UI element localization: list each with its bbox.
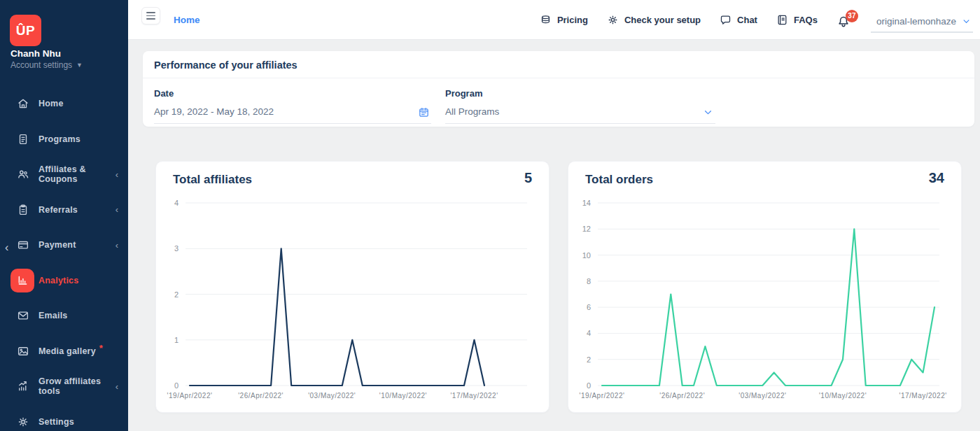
sidebar-nav: Home ‹ Programs ‹ Affiliates & Coupons ‹…	[0, 86, 128, 431]
sidebar-item-label: Emails	[38, 311, 68, 320]
performance-filter-card: Performance of your affiliates Date Apr …	[143, 51, 974, 127]
sidebar-item-affiliates-and-coupons[interactable]: Affiliates & Coupons ‹	[0, 157, 128, 192]
app-logo[interactable]: ÛP	[10, 15, 41, 46]
topbar: Home Pricing Check your setup Chat FAQs …	[128, 0, 980, 40]
gear-icon	[17, 416, 29, 428]
users-icon	[17, 168, 29, 181]
chart-total-value: 5	[524, 170, 532, 186]
calendar-icon[interactable]	[418, 106, 430, 118]
sidebar-item-settings[interactable]: Settings ‹	[0, 404, 128, 431]
svg-text:10: 10	[582, 251, 591, 260]
sidebar-item-grow-affiliates-tools[interactable]: Grow affiliates tools ‹	[0, 369, 128, 404]
svg-text:4: 4	[174, 199, 178, 207]
topbar-action-label: Chat	[737, 15, 757, 25]
svg-text:'10/May/2022': '10/May/2022'	[819, 392, 867, 400]
topbar-action-label: Pricing	[557, 15, 588, 25]
sidebar-item-analytics[interactable]: Analytics ‹	[0, 263, 128, 299]
topbar-action-label: FAQs	[794, 15, 818, 25]
program-select[interactable]: All Programs	[445, 104, 715, 124]
total-orders-card: Total orders 34 14121086420'19/Apr/2022'…	[568, 161, 962, 413]
growth-chart-icon	[17, 380, 29, 393]
topbar-action-check-your-setup[interactable]: Check your setup	[607, 14, 701, 26]
notifications-button[interactable]: 37	[836, 12, 852, 29]
sidebar-item-label: Media gallery	[38, 346, 96, 356]
chevron-left-icon: ‹	[115, 240, 118, 250]
filter-card-title: Performance of your affiliates	[143, 51, 974, 78]
account-settings-label: Account settings	[10, 60, 72, 70]
svg-text:2: 2	[174, 290, 178, 299]
sidebar-item-home[interactable]: Home ‹	[0, 86, 128, 122]
svg-text:'10/May/2022': '10/May/2022'	[379, 392, 427, 400]
image-icon	[17, 345, 29, 358]
topbar-action-chat[interactable]: Chat	[720, 14, 757, 26]
sidebar-item-label: Settings	[38, 417, 74, 427]
date-range-value: Apr 19, 2022 - May 18, 2022	[154, 106, 274, 117]
chevron-left-icon: ‹	[115, 204, 118, 215]
sidebar-item-payment[interactable]: Payment ‹	[0, 227, 128, 263]
chevron-down-icon[interactable]	[961, 16, 972, 27]
sidebar-item-label: Affiliates & Coupons	[38, 164, 125, 184]
date-range-field: Date Apr 19, 2022 - May 18, 2022	[154, 88, 431, 124]
topbar-action-faqs[interactable]: FAQs	[776, 14, 818, 26]
svg-text:1: 1	[174, 336, 178, 344]
gear-icon	[607, 14, 619, 26]
topbar-action-pricing[interactable]: Pricing	[540, 14, 588, 26]
credit-card-icon	[17, 239, 29, 251]
svg-text:6: 6	[587, 303, 591, 311]
sidebar-item-label: Home	[38, 99, 64, 108]
program-label: Program	[445, 88, 715, 99]
sidebar-item-referrals[interactable]: Referrals ‹	[0, 192, 128, 228]
program-field: Program All Programs	[445, 88, 715, 124]
clipboard-icon	[17, 204, 29, 216]
svg-text:'03/May/2022': '03/May/2022'	[738, 392, 786, 400]
svg-text:14: 14	[582, 199, 591, 207]
account-dropdown-value: original-lemonhaze	[876, 16, 956, 27]
sidebar-item-label: Payment	[38, 240, 76, 250]
mail-icon	[17, 309, 29, 322]
sidebar-collapse-handle[interactable]: ‹	[5, 241, 8, 254]
svg-text:3: 3	[174, 244, 178, 253]
notification-badge: 37	[846, 10, 858, 22]
account-settings-button[interactable]: Account settings ▼	[10, 60, 83, 70]
program-select-value: All Programs	[445, 106, 499, 117]
topbar-action-label: Check your setup	[624, 15, 701, 25]
svg-text:'17/May/2022': '17/May/2022'	[899, 392, 947, 400]
sidebar-item-label: Referrals	[38, 205, 78, 215]
sidebar: ÛP Chanh Nhu Account settings ▼ Home ‹ P…	[0, 0, 128, 431]
svg-text:'19/Apr/2022': '19/Apr/2022'	[580, 392, 625, 400]
coins-icon	[540, 14, 552, 26]
date-range-input[interactable]: Apr 19, 2022 - May 18, 2022	[154, 104, 431, 124]
svg-text:'17/May/2022': '17/May/2022'	[450, 392, 498, 400]
sidebar-item-programs[interactable]: Programs ‹	[0, 122, 128, 157]
chat-icon	[720, 14, 732, 26]
chevron-down-icon[interactable]	[702, 106, 714, 118]
chart-total-value: 34	[929, 170, 944, 186]
user-name: Chanh Nhu	[10, 48, 61, 59]
chevron-left-icon: ‹	[115, 169, 118, 180]
sidebar-item-emails[interactable]: Emails ‹	[0, 298, 128, 334]
chart-title: Total affiliates	[173, 173, 252, 187]
bar-chart-icon	[10, 269, 34, 292]
svg-text:0: 0	[587, 381, 591, 390]
book-icon	[776, 14, 788, 26]
sidebar-item-media-gallery[interactable]: Media gallery * ‹	[0, 334, 128, 369]
svg-text:12: 12	[582, 225, 591, 233]
account-dropdown[interactable]: original-lemonhaze	[871, 16, 973, 33]
orders-line-chart: 14121086420'19/Apr/2022''26/Apr/2022''03…	[568, 192, 962, 407]
hamburger-menu-button[interactable]	[141, 7, 160, 24]
svg-text:8: 8	[587, 277, 591, 285]
chevron-left-icon: ‹	[115, 381, 118, 392]
svg-text:0: 0	[174, 381, 178, 390]
svg-text:'26/Apr/2022': '26/Apr/2022'	[238, 392, 284, 400]
affiliates-line-chart: 43210'19/Apr/2022''26/Apr/2022''03/May/2…	[156, 192, 550, 407]
svg-text:4: 4	[587, 329, 591, 337]
chart-title: Total orders	[585, 173, 653, 187]
caret-down-icon: ▼	[76, 62, 83, 69]
breadcrumb[interactable]: Home	[174, 0, 200, 40]
sidebar-item-label: Analytics	[38, 276, 78, 285]
svg-text:'19/Apr/2022': '19/Apr/2022'	[167, 392, 213, 400]
home-icon	[17, 97, 29, 110]
document-icon	[17, 133, 29, 146]
svg-text:2: 2	[587, 355, 591, 364]
svg-text:'03/May/2022': '03/May/2022'	[308, 392, 356, 400]
